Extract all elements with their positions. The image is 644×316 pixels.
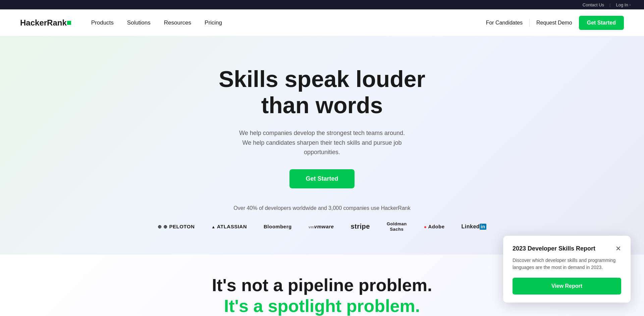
top-bar: Contact Us | Log In › [0,0,644,9]
bottom-green-text: It's a spotlight problem. [224,296,420,316]
nav-links: Products Solutions Resources Pricing [91,19,486,26]
popup-header: 2023 Developer Skills Report ✕ [513,245,621,252]
atlassian-logo: ▲ ATLASSIAN [211,224,247,229]
nav-pricing[interactable]: Pricing [205,19,222,26]
linkedin-logo: Linkedin [462,224,486,230]
company-logos: ⊕ PELOTON ▲ ATLASSIAN Bloomberg vmvmware… [158,221,486,232]
navbar: HackerRank Products Solutions Resources … [0,9,644,36]
hero-section: Skills speak louder than words We help c… [0,36,644,255]
popup-description: Discover which developer skills and prog… [513,257,621,271]
hero-subtitle: We help companies develop the strongest … [238,128,406,157]
logo-text: HackerRank [20,18,67,28]
hero-heading: Skills speak louder than words [219,66,425,118]
peloton-logo: ⊕ PELOTON [158,224,195,229]
nav-divider [529,19,530,27]
request-demo-button[interactable]: Request Demo [536,20,572,26]
login-chevron-icon: › [630,3,631,7]
get-started-hero-button[interactable]: Get Started [289,169,354,188]
logo-link[interactable]: HackerRank [20,18,71,28]
contact-us-link[interactable]: Contact Us [583,2,604,7]
bloomberg-logo: Bloomberg [264,224,292,229]
logo-square-icon [67,21,71,25]
top-bar-divider: | [609,2,610,7]
popup-title: 2023 Developer Skills Report [513,245,615,252]
nav-products[interactable]: Products [91,19,114,26]
skills-report-popup: 2023 Developer Skills Report ✕ Discover … [503,236,631,303]
for-candidates-link[interactable]: For Candidates [486,20,523,26]
vmware-logo: vmvmware [309,224,334,229]
get-started-nav-button[interactable]: Get Started [579,16,624,30]
popup-close-button[interactable]: ✕ [615,245,621,252]
nav-solutions[interactable]: Solutions [127,19,151,26]
adobe-logo: ⬥ Adobe [424,224,445,229]
stripe-logo: stripe [351,223,370,230]
login-link[interactable]: Log In › [616,2,631,7]
trust-text: Over 40% of developers worldwide and 3,0… [233,205,410,211]
view-report-button[interactable]: View Report [513,278,621,295]
nav-resources[interactable]: Resources [164,19,191,26]
bottom-heading: It's not a pipeline problem. It's a spot… [212,275,432,316]
goldman-logo: Goldman Sachs [387,221,407,232]
nav-right: For Candidates Request Demo Get Started [486,16,624,30]
